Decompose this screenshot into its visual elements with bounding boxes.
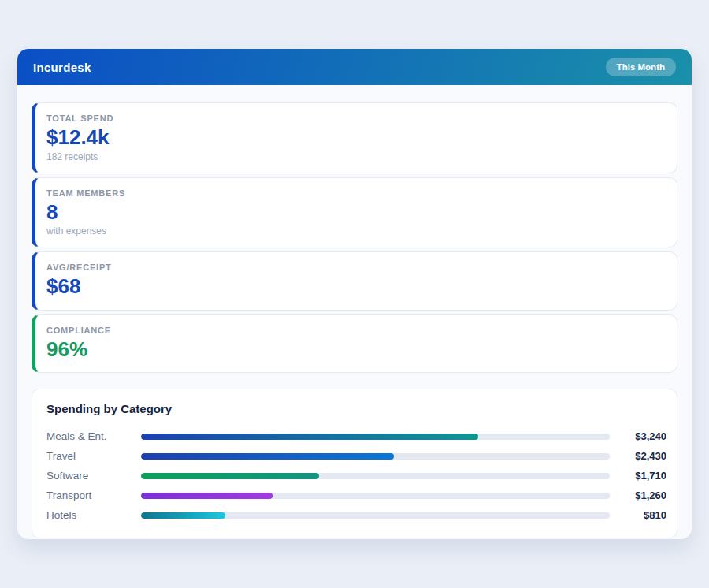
stat-label: AVG/RECEIPT (46, 262, 663, 272)
bar-fill (141, 512, 225, 519)
stat-card: TEAM MEMBERS 8 with expenses (32, 177, 677, 248)
category-label: Transport (46, 489, 141, 501)
category-row: Hotels $810 (46, 505, 666, 525)
stat-value: $68 (46, 274, 663, 300)
category-label: Software (46, 470, 141, 482)
stat-value: $12.4k (46, 125, 663, 151)
category-label: Meals & Ent. (46, 430, 141, 442)
main-content: TOTAL SPEND $12.4k 182 receipts TEAM MEM… (17, 85, 692, 539)
stat-label: TOTAL SPEND (46, 114, 663, 123)
bar-track (141, 434, 610, 440)
stat-subtext: 182 receipts (46, 151, 663, 162)
period-badge[interactable]: This Month (606, 58, 676, 76)
stat-card: AVG/RECEIPT $68 (32, 251, 677, 311)
stat-card: TOTAL SPEND $12.4k 182 receipts (32, 102, 677, 173)
bar-track (141, 473, 610, 479)
app-title: Incurdesk (33, 61, 91, 74)
category-value: $1,260 (618, 489, 666, 501)
bar-fill (141, 434, 478, 440)
bar-fill (141, 493, 273, 499)
category-value: $810 (618, 509, 666, 521)
app-header: Incurdesk This Month (17, 49, 692, 85)
stat-value: 8 (46, 199, 663, 225)
category-row: Travel $2,430 (46, 446, 666, 466)
stat-value: 96% (46, 337, 663, 363)
bar-fill (141, 453, 394, 460)
bar-track (141, 493, 610, 499)
spending-by-category-card: Spending by Category Meals & Ent. $3,240… (32, 389, 677, 538)
dashboard-panel: Incurdesk This Month TOTAL SPEND $12.4k … (17, 49, 692, 539)
stat-card: COMPLIANCE 96% (32, 314, 677, 374)
category-row: Meals & Ent. $3,240 (46, 426, 666, 446)
category-value: $2,430 (618, 450, 666, 462)
bar-track (141, 512, 610, 519)
bar-track (141, 453, 610, 460)
stat-label: COMPLIANCE (46, 326, 663, 335)
bar-fill (141, 473, 319, 479)
category-bar-chart: Meals & Ent. $3,240 Travel $2,430 Softwa… (46, 426, 666, 525)
category-label: Travel (46, 450, 141, 462)
category-label: Hotels (46, 509, 141, 521)
category-row: Transport $1,260 (46, 486, 666, 505)
category-value: $1,710 (618, 470, 666, 482)
stat-subtext: with expenses (46, 225, 663, 236)
stat-card-list: TOTAL SPEND $12.4k 182 receipts TEAM MEM… (32, 102, 677, 373)
section-title: Spending by Category (46, 402, 666, 415)
category-row: Software $1,710 (46, 466, 666, 486)
category-value: $3,240 (618, 430, 666, 442)
stat-label: TEAM MEMBERS (46, 188, 663, 198)
